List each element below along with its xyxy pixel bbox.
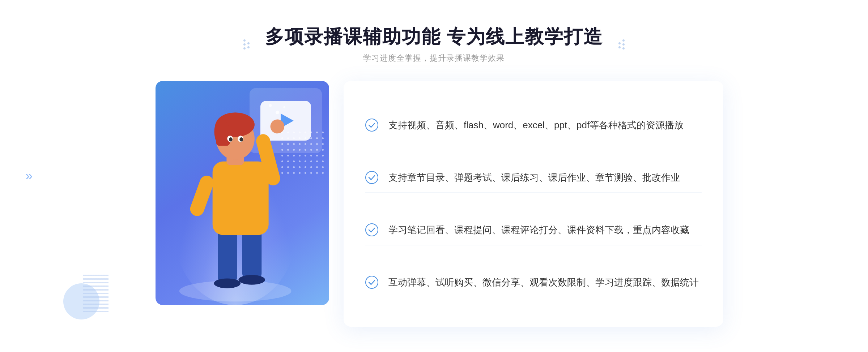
header-section: 多项录播课辅助功能 专为线上教学打造 学习进度全掌握，提升录播课教学效果	[265, 25, 603, 64]
hdot	[618, 46, 621, 48]
check-icon-4	[365, 276, 378, 289]
svg-rect-12	[216, 125, 230, 146]
chevron-left-decoration: »	[25, 168, 30, 184]
svg-point-4	[238, 275, 265, 285]
svg-rect-2	[242, 228, 261, 280]
content-section: 支持视频、音频、flash、word、excel、ppt、pdf等各种格式的资源…	[145, 81, 723, 327]
illustration-area	[145, 81, 354, 327]
right-panel: 支持视频、音频、flash、word、excel、ppt、pdf等各种格式的资源…	[344, 81, 723, 327]
feature-text-2: 支持章节目录、弹题考试、课后练习、课后作业、章节测验、批改作业	[388, 170, 680, 185]
page-title: 多项录播课辅助功能 专为线上教学打造	[265, 25, 603, 48]
header-dots-left	[243, 39, 250, 50]
svg-rect-1	[218, 228, 237, 284]
hdot	[243, 47, 246, 50]
hdot	[247, 42, 250, 44]
page-subtitle: 学习进度全掌握，提升录播课教学效果	[265, 53, 603, 64]
check-icon-2	[365, 171, 378, 184]
svg-point-18	[276, 111, 279, 115]
hdot	[618, 42, 621, 44]
feature-item-4: 互动弹幕、试听购买、微信分享、观看次数限制、学习进度跟踪、数据统计	[365, 268, 702, 297]
svg-point-23	[366, 224, 378, 236]
svg-point-21	[366, 119, 378, 131]
check-icon-1	[365, 119, 378, 132]
hdot	[247, 46, 250, 48]
svg-rect-7	[188, 174, 216, 218]
blue-card	[156, 81, 329, 305]
main-wrapper: 多项录播课辅助功能 专为线上教学打造 学习进度全掌握，提升录播课教学效果	[0, 25, 868, 327]
hdot	[243, 39, 246, 42]
deco-stripe	[83, 272, 109, 312]
svg-point-16	[239, 137, 243, 142]
hdot	[622, 47, 625, 50]
check-icon-3	[365, 223, 378, 236]
header-dots-right	[618, 39, 625, 50]
feature-text-4: 互动弹幕、试听购买、微信分享、观看次数限制、学习进度跟踪、数据统计	[388, 275, 699, 290]
svg-point-17	[271, 120, 285, 134]
feature-text-1: 支持视频、音频、flash、word、excel、ppt、pdf等各种格式的资源…	[388, 118, 684, 133]
svg-point-20	[269, 104, 272, 107]
svg-rect-5	[213, 162, 269, 235]
hdot	[622, 43, 625, 46]
feature-item-1: 支持视频、音频、flash、word、excel、ppt、pdf等各种格式的资源…	[365, 111, 702, 141]
svg-point-24	[366, 276, 378, 288]
person-illustration	[156, 81, 329, 305]
svg-point-22	[366, 171, 378, 184]
feature-item-2: 支持章节目录、弹题考试、课后练习、课后作业、章节测验、批改作业	[365, 163, 702, 193]
hdot	[243, 43, 246, 46]
hdot	[622, 39, 625, 42]
svg-point-19	[283, 106, 285, 108]
svg-point-3	[214, 279, 241, 288]
feature-item-3: 学习笔记回看、课程提问、课程评论打分、课件资料下载，重点内容收藏	[365, 215, 702, 245]
svg-point-15	[229, 137, 233, 142]
feature-text-3: 学习笔记回看、课程提问、课程评论打分、课件资料下载，重点内容收藏	[388, 223, 689, 238]
